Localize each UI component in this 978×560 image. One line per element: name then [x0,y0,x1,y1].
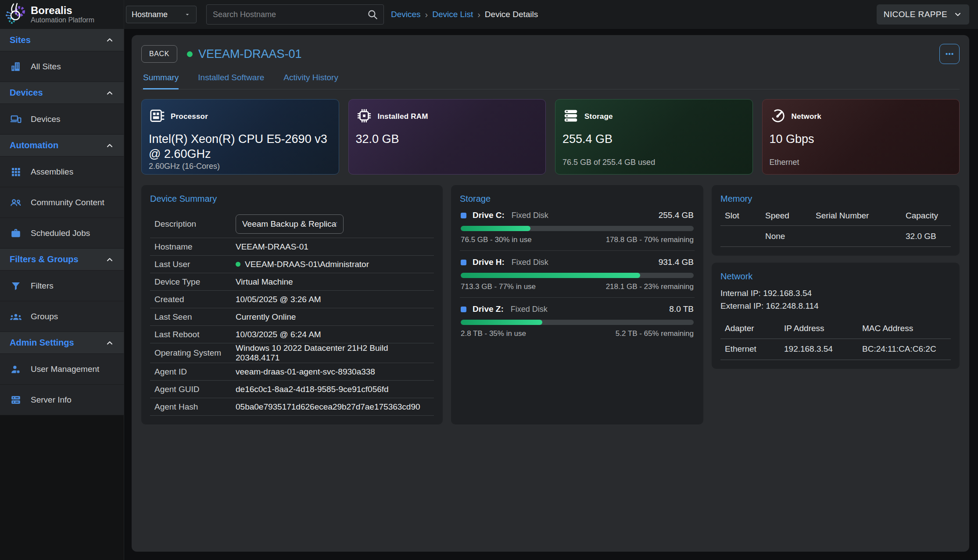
sidebar-item-label: User Management [31,364,99,374]
card-label: Network [792,112,821,121]
drive-usage-bar [461,320,694,325]
sidebar-item-devices[interactable]: Devices [0,103,124,134]
sidebar-item-filters[interactable]: Filters [0,270,124,301]
summary-row-description: Description [150,210,434,238]
search-field-dropdown[interactable]: Hostname [126,6,197,23]
sidebar-section-sites[interactable]: Sites [0,29,124,51]
right-column: Memory Slot Speed Serial Number Capacity… [712,185,960,424]
ram-value: 32.0 GB [356,132,539,147]
tab-summary[interactable]: Summary [143,73,179,89]
sidebar-section-admin-settings[interactable]: Admin Settings [0,332,124,353]
storage-panel: Storage Drive C: Fixed Disk 255.4 GB 76.… [451,185,703,424]
drive-usage-bar [461,273,694,278]
chevron-up-icon [105,89,114,97]
summary-row-agent-hash: Agent Hash 05ba0e7935171d626ecea29b27d7a… [150,398,434,416]
processor-card: Processor Intel(R) Xeon(R) CPU E5-2690 v… [141,99,339,175]
sidebar-section-filters-groups[interactable]: Filters & Groups [0,248,124,270]
user-online-dot [236,262,240,267]
topbar: Hostname Devices › Device List › Device … [124,0,978,29]
device-summary-title: Device Summary [150,194,434,204]
app-subtitle: Automation Platform [31,16,94,24]
sidebar-item-assemblies[interactable]: Assemblies [0,156,124,187]
device-online-status-dot [187,51,193,57]
drive-usage-fill [461,273,640,278]
chevron-up-icon [105,36,114,44]
drive-row-h: Drive H: Fixed Disk 931.4 GB 713.3 GB - … [460,251,695,298]
sidebar-item-user-management[interactable]: User Management [0,353,124,384]
stat-cards: Processor Intel(R) Xeon(R) CPU E5-2690 v… [141,99,960,175]
processor-subtitle: 2.60GHz (16-Cores) [149,162,332,171]
groups-icon [10,310,22,323]
drive-used-text: 713.3 GB - 77% in use [461,282,536,291]
summary-row-operating-system: Operating System Windows 10 2022 Datacen… [150,343,434,363]
building-icon [10,61,22,73]
app-window: Borealis Automation Platform Sites All S… [0,0,978,560]
sidebar-item-server-info[interactable]: Server Info [0,384,124,415]
breadcrumb-current: Device Details [485,10,538,19]
drive-used-text: 76.5 GB - 30% in use [461,235,532,244]
memory-panel: Memory Slot Speed Serial Number Capacity… [712,185,960,256]
description-input[interactable] [236,214,344,234]
sidebar-item-scheduled-jobs[interactable]: Scheduled Jobs [0,218,124,248]
user-name: NICOLE RAPPE [884,10,947,19]
breadcrumb-device-list[interactable]: Device List [432,10,473,19]
sidebar-item-all-sites[interactable]: All Sites [0,51,124,82]
chevron-up-icon [105,141,114,150]
sidebar-item-community-content[interactable]: Community Content [0,187,124,218]
grid-icon [10,166,22,178]
sidebar-item-groups[interactable]: Groups [0,301,124,332]
storage-value: 255.4 GB [562,132,745,147]
back-button[interactable]: BACK [141,45,177,63]
network-card: Network 10 Gbps Ethernet [762,99,960,175]
summary-row-hostname: Hostname VEEAM-DRAAS-01 [150,238,434,256]
breadcrumb: Devices › Device List › Device Details [391,10,538,20]
more-actions-button[interactable] [939,44,960,64]
device-tabs: Summary Installed Software Activity Hist… [141,73,960,89]
devices-icon [10,113,22,125]
people-icon [10,196,22,209]
sidebar: Borealis Automation Platform Sites All S… [0,0,124,560]
summary-row-agent-guid: Agent GUID de16c0c1-8aa2-4d18-9585-9ce91… [150,381,434,398]
summary-row-device-type: Device Type Virtual Machine [150,273,434,291]
tab-activity-history[interactable]: Activity History [283,73,338,89]
storage-card: Storage 255.4 GB 76.5 GB of 255.4 GB use… [555,99,753,175]
storage-subtitle: 76.5 GB of 255.4 GB used [562,158,745,167]
breadcrumb-devices[interactable]: Devices [391,10,421,19]
memory-table-row: None 32.0 GB [720,226,951,247]
memory-table-header: Slot Speed Serial Number Capacity [720,206,951,226]
sidebar-item-label: Scheduled Jobs [31,228,90,238]
card-label: Installed RAM [378,112,428,121]
sidebar-item-label: Groups [31,312,58,321]
search-input[interactable] [213,10,367,19]
sidebar-filler [0,415,124,560]
section-label: Sites [10,35,31,45]
chevron-up-icon [105,255,114,264]
drive-marker-icon [461,213,466,218]
drive-remaining-text: 218.1 GB - 23% remaining [606,282,694,291]
drive-marker-icon [461,307,466,312]
sidebar-item-label: All Sites [31,62,61,71]
external-ip: External IP: 162.248.8.114 [720,300,951,312]
sidebar-section-automation[interactable]: Automation [0,134,124,156]
section-label: Admin Settings [10,338,74,348]
tab-installed-software[interactable]: Installed Software [198,73,264,89]
section-label: Devices [10,88,43,98]
sidebar-section-devices[interactable]: Devices [0,82,124,103]
drive-usage-fill [461,320,542,325]
drive-remaining-text: 178.8 GB - 70% remaining [606,235,694,244]
network-table-row: Ethernet 192.168.3.54 BC:24:11:CA:C6:2C [720,339,951,360]
borealis-rabbit-logo-icon [4,2,26,27]
sidebar-item-label: Server Info [31,395,72,405]
app-logo: Borealis Automation Platform [0,0,124,29]
sidebar-item-label: Devices [31,114,61,124]
briefcase-icon [10,227,22,239]
internal-ip: Internal IP: 192.168.3.54 [720,287,951,300]
chevron-up-icon [105,339,114,347]
user-menu-button[interactable]: NICOLE RAPPE [877,4,969,25]
device-header: BACK VEEAM-DRAAS-01 [141,44,960,64]
search-icon[interactable] [367,9,378,20]
network-panel-title: Network [720,271,951,282]
section-label: Filters & Groups [10,254,79,264]
server-icon [10,394,22,406]
filter-icon [10,280,22,292]
